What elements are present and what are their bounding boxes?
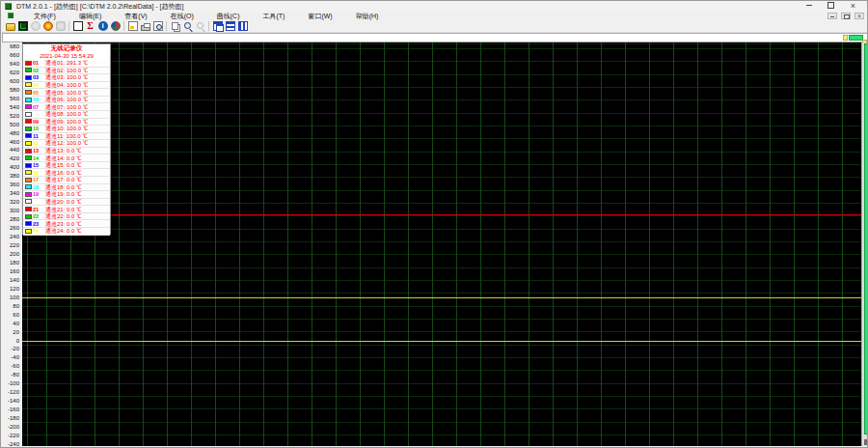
channel-color-swatch xyxy=(25,68,32,72)
channel-color-swatch xyxy=(25,61,32,66)
channel-color-swatch xyxy=(25,149,32,154)
legend-channel-row[interactable]: 13通道13: 0.0 ℃ xyxy=(23,148,110,155)
legend-channel-row[interactable]: 02通道02: 100.0 ℃ xyxy=(23,68,110,75)
legend-channel-row[interactable]: 03通道03: 100.0 ℃ xyxy=(23,74,110,82)
vertical-scrollbar[interactable] xyxy=(861,42,868,446)
tile-horizontal-icon xyxy=(226,21,235,31)
tile-vertical-button[interactable] xyxy=(236,20,249,32)
legend-channel-row[interactable]: 15通道15: 0.0 ℃ xyxy=(23,162,110,170)
menu-item-online[interactable]: 在线(O) xyxy=(159,12,205,20)
menu-item-window[interactable]: 窗口(W) xyxy=(296,12,343,20)
legend-channel-row[interactable]: 24通道24: 0.0 ℃ xyxy=(23,228,110,236)
select-region-button[interactable] xyxy=(71,20,84,32)
legend-channel-row[interactable]: 05通道05: 100.0 ℃ xyxy=(23,89,110,97)
cascade-windows-button[interactable] xyxy=(211,20,224,32)
tile-horizontal-button[interactable] xyxy=(224,20,236,32)
legend-channel-row[interactable]: 23通道23: 0.0 ℃ xyxy=(23,220,110,228)
legend-channel-row[interactable]: 10通道10: 100.0 ℃ xyxy=(23,126,110,133)
info-button[interactable]: i xyxy=(96,20,109,32)
channel-value-text: 通道08: 100.0 ℃ xyxy=(45,111,88,117)
y-axis-tick-label: -140 xyxy=(1,398,19,404)
legend-panel[interactable]: 无线记录仪 2021-04-30 15:54:29 01通道01: 291.3 … xyxy=(22,43,111,235)
legend-channel-row[interactable]: 08通道08: 100.0 ℃ xyxy=(23,111,110,119)
stop-button xyxy=(29,20,41,32)
legend-channel-row[interactable]: 07通道07: 100.0 ℃ xyxy=(23,103,110,111)
child-minimize-icon[interactable] xyxy=(827,13,837,19)
legend-channel-row[interactable]: 16通道16: 0.0 ℃ xyxy=(23,169,110,177)
chart-plot-area[interactable] xyxy=(22,42,861,446)
realtime-chart-button[interactable] xyxy=(16,20,29,32)
stop-icon xyxy=(31,21,41,31)
legend-channel-row[interactable]: 20通道20: 0.0 ℃ xyxy=(23,199,110,207)
record-button[interactable] xyxy=(41,20,54,32)
legend-channel-row[interactable]: 06通道06: 100.0 ℃ xyxy=(23,97,110,104)
channel-number: 05 xyxy=(33,90,44,96)
channel-value-text: 通道19: 0.0 ℃ xyxy=(45,191,82,197)
copy-button[interactable] xyxy=(169,20,181,32)
child-window-icon[interactable] xyxy=(8,13,14,18)
channel-color-swatch xyxy=(25,207,32,211)
y-axis-tick-label: -220 xyxy=(1,433,19,438)
selection-box-icon xyxy=(73,21,83,31)
menu-item-tools[interactable]: 工具(T) xyxy=(251,12,296,20)
legend-channel-row[interactable]: 18通道18: 0.0 ℃ xyxy=(23,184,110,192)
menu-item-edit[interactable]: 编辑(E) xyxy=(68,12,113,20)
zoom-in-button[interactable] xyxy=(181,20,194,32)
vertical-scroll-thumb[interactable] xyxy=(864,43,868,434)
close-icon[interactable] xyxy=(845,1,861,12)
channel-color-swatch xyxy=(25,155,32,160)
channel-number: 23 xyxy=(33,221,44,227)
legend-channel-row[interactable]: 21通道21: 0.0 ℃ xyxy=(23,206,110,213)
horizontal-scrollbar[interactable] xyxy=(2,33,868,42)
y-axis-tick-label: 640 xyxy=(1,61,19,67)
y-axis-tick-label: 160 xyxy=(1,268,19,274)
scroll-left-button[interactable] xyxy=(843,35,848,41)
print-preview-button[interactable] xyxy=(151,20,164,32)
legend-channel-row[interactable]: 14通道14: 0.0 ℃ xyxy=(23,154,110,162)
channel-number: 11 xyxy=(33,133,44,139)
channel-number: 02 xyxy=(33,68,44,73)
y-axis-tick-label: 360 xyxy=(1,182,19,187)
menu-item-curve[interactable]: 曲线(C) xyxy=(205,12,252,20)
pause-button xyxy=(54,20,67,32)
legend-channel-row[interactable]: 12通道12: 100.0 ℃ xyxy=(23,140,110,148)
minimize-icon[interactable] xyxy=(800,1,817,12)
menu-item-view[interactable]: 查看(V) xyxy=(113,12,158,20)
open-file-button[interactable] xyxy=(4,20,16,32)
y-axis-tick-label: 560 xyxy=(1,96,19,101)
channel-number: 17 xyxy=(33,177,44,182)
y-axis-tick-label: -20 xyxy=(1,346,19,351)
legend-channel-row[interactable]: 04通道04: 100.0 ℃ xyxy=(23,82,110,90)
print-button[interactable] xyxy=(139,20,151,32)
legend-channel-row[interactable]: 01通道01: 291.3 ℃ xyxy=(23,60,110,68)
scrollbar-grip[interactable] xyxy=(864,439,868,445)
menu-item-file[interactable]: 文件(F) xyxy=(22,12,68,20)
legend-channel-row[interactable]: 11通道11: 100.0 ℃ xyxy=(23,133,110,141)
legend-channel-row[interactable]: 22通道22: 0.0 ℃ xyxy=(23,213,110,221)
channel-number: 18 xyxy=(33,184,44,190)
toolbar: Σi xyxy=(1,20,867,33)
pie-chart-button[interactable] xyxy=(109,20,122,32)
channel-value-text: 通道22: 0.0 ℃ xyxy=(45,213,82,219)
channel-color-swatch xyxy=(25,104,32,109)
y-axis-tick-label: 140 xyxy=(1,277,19,283)
legend-channel-row[interactable]: 19通道19: 0.0 ℃ xyxy=(23,191,110,199)
child-close-icon[interactable] xyxy=(854,13,864,19)
legend-channel-row[interactable]: 17通道17: 0.0 ℃ xyxy=(23,177,110,184)
y-axis-tick-label: -40 xyxy=(1,354,19,360)
channel-value-text: 通道09: 100.0 ℃ xyxy=(45,119,88,125)
toolbar-separator xyxy=(208,21,209,31)
menu-item-help[interactable]: 帮助(H) xyxy=(344,12,391,20)
channel-number: 19 xyxy=(33,191,44,197)
statistics-button[interactable]: Σ xyxy=(84,20,96,32)
y-axis-tick-label: 220 xyxy=(1,242,19,248)
y-axis-tick-label: 400 xyxy=(1,164,19,170)
channel-color-swatch xyxy=(25,90,32,95)
export-button[interactable] xyxy=(126,20,139,32)
legend-channel-row[interactable]: 09通道09: 100.0 ℃ xyxy=(23,119,110,126)
channel-value-text: 通道15: 0.0 ℃ xyxy=(45,162,82,168)
horizontal-scroll-thumb[interactable] xyxy=(849,35,863,41)
child-restore-icon[interactable] xyxy=(841,13,851,19)
magnifier-icon xyxy=(183,21,193,31)
restore-icon[interactable] xyxy=(823,1,839,12)
